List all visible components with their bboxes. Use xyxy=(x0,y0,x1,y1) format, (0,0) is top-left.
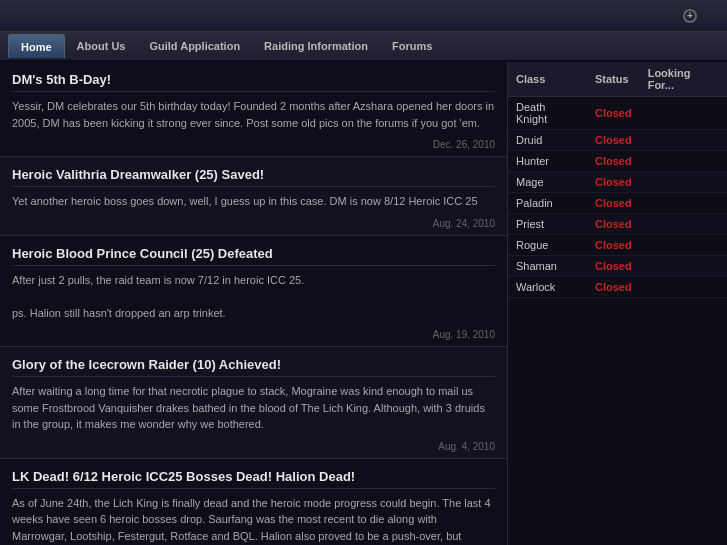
post-body: As of June 24th, the Lich King is finall… xyxy=(12,495,495,546)
class-cell: Druid xyxy=(508,130,587,151)
main-layout: DM's 5th B-Day!Yessir, DM celebrates our… xyxy=(0,62,727,545)
status-cell: Closed xyxy=(587,277,640,298)
post-title: LK Dead! 6/12 Heroic ICC25 Bosses Dead! … xyxy=(12,469,495,489)
status-cell: Closed xyxy=(587,97,640,130)
content-area: DM's 5th B-Day!Yessir, DM celebrates our… xyxy=(0,62,507,545)
top-bar: + xyxy=(0,0,727,32)
looking-for-cell xyxy=(640,193,727,214)
post: LK Dead! 6/12 Heroic ICC25 Bosses Dead! … xyxy=(0,459,507,546)
class-cell: Priest xyxy=(508,214,587,235)
post-title: DM's 5th B-Day! xyxy=(12,72,495,92)
table-col-header: Status xyxy=(587,62,640,97)
post-date: Aug. 24, 2010 xyxy=(12,216,495,229)
class-cell: Rogue xyxy=(508,235,587,256)
post: Heroic Valithria Dreamwalker (25) Saved!… xyxy=(0,157,507,236)
table-row: PriestClosed xyxy=(508,214,727,235)
post-date: Aug. 4, 2010 xyxy=(12,439,495,452)
post-title: Heroic Valithria Dreamwalker (25) Saved! xyxy=(12,167,495,187)
class-cell: Mage xyxy=(508,172,587,193)
sidebar: ClassStatusLooking For... Death KnightCl… xyxy=(507,62,727,545)
looking-for-cell xyxy=(640,256,727,277)
class-cell: Shaman xyxy=(508,256,587,277)
table-row: PaladinClosed xyxy=(508,193,727,214)
class-table: ClassStatusLooking For... Death KnightCl… xyxy=(508,62,727,298)
table-col-header: Class xyxy=(508,62,587,97)
class-cell: Hunter xyxy=(508,151,587,172)
looking-for-cell xyxy=(640,214,727,235)
status-cell: Closed xyxy=(587,214,640,235)
looking-for-cell xyxy=(640,277,727,298)
post-title: Glory of the Icecrown Raider (10) Achiev… xyxy=(12,357,495,377)
class-cell: Warlock xyxy=(508,277,587,298)
post-date: Dec. 26, 2010 xyxy=(12,137,495,150)
post-date: Aug. 19, 2010 xyxy=(12,327,495,340)
class-cell: Paladin xyxy=(508,193,587,214)
table-row: WarlockClosed xyxy=(508,277,727,298)
post: Glory of the Icecrown Raider (10) Achiev… xyxy=(0,347,507,459)
login-area: + xyxy=(683,9,715,23)
table-row: RogueClosed xyxy=(508,235,727,256)
table-row: DruidClosed xyxy=(508,130,727,151)
post-body: Yessir, DM celebrates our 5th birthday t… xyxy=(12,98,495,131)
posts-scroll[interactable]: DM's 5th B-Day!Yessir, DM celebrates our… xyxy=(0,62,507,545)
status-cell: Closed xyxy=(587,193,640,214)
status-cell: Closed xyxy=(587,151,640,172)
navigation: HomeAbout UsGuild ApplicationRaiding Inf… xyxy=(0,32,727,62)
table-row: MageClosed xyxy=(508,172,727,193)
nav-item-forums[interactable]: Forums xyxy=(380,34,444,58)
nav-item-raiding-information[interactable]: Raiding Information xyxy=(252,34,380,58)
looking-for-cell xyxy=(640,151,727,172)
looking-for-cell xyxy=(640,130,727,151)
looking-for-cell xyxy=(640,97,727,130)
status-cell: Closed xyxy=(587,130,640,151)
table-row: Death KnightClosed xyxy=(508,97,727,130)
nav-item-guild-application[interactable]: Guild Application xyxy=(137,34,252,58)
table-row: HunterClosed xyxy=(508,151,727,172)
nav-item-home[interactable]: Home xyxy=(8,34,65,58)
post-title: Heroic Blood Prince Council (25) Defeate… xyxy=(12,246,495,266)
status-cell: Closed xyxy=(587,172,640,193)
table-body: Death KnightClosedDruidClosedHunterClose… xyxy=(508,97,727,298)
post-body: After just 2 pulls, the raid team is now… xyxy=(12,272,495,322)
looking-for-cell xyxy=(640,172,727,193)
post-body: After waiting a long time for that necro… xyxy=(12,383,495,433)
status-cell: Closed xyxy=(587,235,640,256)
post-body: Yet another heroic boss goes down, well,… xyxy=(12,193,495,210)
table-row: ShamanClosed xyxy=(508,256,727,277)
post: Heroic Blood Prince Council (25) Defeate… xyxy=(0,236,507,348)
status-cell: Closed xyxy=(587,256,640,277)
nav-item-about-us[interactable]: About Us xyxy=(65,34,138,58)
table-col-header: Looking For... xyxy=(640,62,727,97)
table-header: ClassStatusLooking For... xyxy=(508,62,727,97)
post: DM's 5th B-Day!Yessir, DM celebrates our… xyxy=(0,62,507,157)
class-cell: Death Knight xyxy=(508,97,587,130)
looking-for-cell xyxy=(640,235,727,256)
plus-icon: + xyxy=(683,9,697,23)
